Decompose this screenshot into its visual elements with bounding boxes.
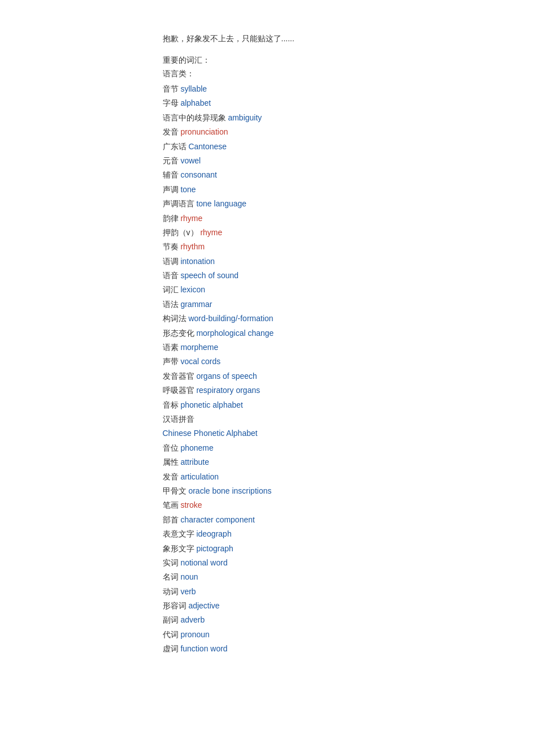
vocab-item: 韵律 rhyme bbox=[163, 212, 442, 224]
vocab-item: 语素 morpheme bbox=[163, 341, 442, 353]
vocab-en: rhythm bbox=[180, 242, 205, 251]
vocab-item: 元音 vowel bbox=[163, 154, 442, 167]
vocab-en: noun bbox=[180, 572, 198, 581]
vocab-en: vocal cords bbox=[180, 357, 220, 366]
vocab-zh: 动词 bbox=[163, 587, 179, 596]
vocab-zh: 语音 bbox=[163, 271, 179, 280]
vocab-en: intonation bbox=[180, 257, 215, 266]
vocab-en: syllable bbox=[180, 84, 207, 93]
vocab-zh: 形容词 bbox=[163, 601, 186, 610]
vocab-en: oracle bone inscriptions bbox=[188, 486, 271, 495]
vocab-zh: 属性 bbox=[163, 457, 179, 466]
vocab-en: adjective bbox=[188, 601, 219, 610]
vocab-item: 音位 phoneme bbox=[163, 442, 442, 454]
vocab-zh: 甲骨文 bbox=[163, 486, 186, 495]
vocab-zh: 实词 bbox=[163, 558, 179, 567]
vocab-zh: 象形文字 bbox=[163, 544, 194, 553]
vocab-zh: 声带 bbox=[163, 357, 179, 366]
vocab-en: word-building/-formation bbox=[188, 314, 273, 323]
section-header: 重要的词汇： bbox=[163, 55, 442, 66]
vocab-item: 发音 pronunciation bbox=[163, 126, 442, 138]
vocab-item: 押韵（v） rhyme bbox=[163, 226, 442, 239]
vocab-item: 语调 intonation bbox=[163, 255, 442, 267]
vocab-zh: 广东话 bbox=[163, 142, 186, 151]
vocab-zh: 字母 bbox=[163, 98, 179, 107]
vocab-en: tone language bbox=[196, 199, 246, 208]
vocab-item: 呼吸器官 respiratory organs bbox=[163, 384, 442, 396]
vocab-item: 语法 grammar bbox=[163, 298, 442, 310]
vocab-en: pictograph bbox=[196, 544, 233, 553]
vocab-zh: 发音 bbox=[163, 472, 179, 481]
vocab-zh: 押韵（v） bbox=[163, 228, 198, 237]
vocab-item: 发音器官 organs of speech bbox=[163, 370, 442, 382]
vocab-item: 声调语言 tone language bbox=[163, 197, 442, 210]
vocab-item: 名词 noun bbox=[163, 571, 442, 583]
vocab-item: 形态变化 morphological change bbox=[163, 327, 442, 339]
sub-header: 语言类： bbox=[163, 69, 442, 79]
vocab-en: morphological change bbox=[196, 329, 273, 338]
vocab-item: 汉语拼音 bbox=[163, 413, 442, 425]
vocab-zh: 部首 bbox=[163, 515, 179, 524]
vocab-item: 代词 pronoun bbox=[163, 628, 442, 641]
vocab-item: 语言中的歧异现象 ambiguity bbox=[163, 111, 442, 124]
vocab-zh: 韵律 bbox=[163, 214, 179, 223]
vocab-zh: 元音 bbox=[163, 156, 179, 165]
vocab-item: 甲骨文 oracle bone inscriptions bbox=[163, 485, 442, 497]
vocab-item: 笔画 stroke bbox=[163, 499, 442, 511]
vocab-zh: 笔画 bbox=[163, 500, 179, 509]
vocab-item: 属性 attribute bbox=[163, 456, 442, 468]
vocab-list: 音节 syllable字母 alphabet语言中的歧异现象 ambiguity… bbox=[163, 83, 442, 655]
vocab-en: pronoun bbox=[180, 630, 209, 639]
vocab-en: notional word bbox=[180, 558, 227, 567]
vocab-item: 发音 articulation bbox=[163, 470, 442, 483]
vocab-zh: 音标 bbox=[163, 400, 179, 409]
vocab-en: rhyme bbox=[200, 228, 222, 237]
vocab-item: 虚词 function word bbox=[163, 642, 442, 655]
vocab-zh: 辅音 bbox=[163, 170, 179, 179]
vocab-zh: 声调 bbox=[163, 185, 179, 194]
vocab-item: 形容词 adjective bbox=[163, 599, 442, 612]
vocab-item: 构词法 word-building/-formation bbox=[163, 312, 442, 325]
vocab-zh: 形态变化 bbox=[163, 329, 194, 338]
vocab-zh: 音位 bbox=[163, 443, 179, 452]
vocab-en: function word bbox=[180, 644, 227, 653]
vocab-zh: 语言中的歧异现象 bbox=[163, 113, 226, 122]
vocab-zh: 汉语拼音 bbox=[163, 414, 194, 424]
vocab-en: tone bbox=[180, 185, 196, 194]
vocab-en: attribute bbox=[180, 457, 209, 466]
vocab-item: 动词 verb bbox=[163, 585, 442, 598]
vocab-item: 表意文字 ideograph bbox=[163, 528, 442, 540]
vocab-zh: 声调语言 bbox=[163, 199, 194, 208]
vocab-zh: 发音器官 bbox=[163, 371, 194, 381]
vocab-zh: 副词 bbox=[163, 615, 179, 624]
page-container: 抱歉，好象发不上去，只能贴这了...... 重要的词汇： 语言类： 音节 syl… bbox=[81, 0, 454, 691]
intro-text: 抱歉，好象发不上去，只能贴这了...... bbox=[163, 34, 442, 44]
vocab-zh: 虚词 bbox=[163, 644, 179, 653]
vocab-en: phoneme bbox=[180, 443, 213, 452]
vocab-en: verb bbox=[180, 587, 196, 596]
vocab-item: 广东话 Cantonese bbox=[163, 140, 442, 153]
vocab-item: 字母 alphabet bbox=[163, 97, 442, 109]
vocab-item: 象形文字 pictograph bbox=[163, 542, 442, 555]
vocab-zh: 名词 bbox=[163, 572, 179, 581]
vocab-en: speech of sound bbox=[180, 271, 238, 280]
vocab-item: 音标 phonetic alphabet bbox=[163, 399, 442, 411]
vocab-en: organs of speech bbox=[196, 371, 257, 381]
vocab-item: 音节 syllable bbox=[163, 83, 442, 95]
vocab-en: vowel bbox=[180, 156, 201, 165]
vocab-zh: 语调 bbox=[163, 257, 179, 266]
vocab-en: grammar bbox=[180, 300, 212, 309]
vocab-item: 词汇 lexicon bbox=[163, 283, 442, 296]
vocab-en: ambiguity bbox=[228, 113, 262, 122]
vocab-item: 声带 vocal cords bbox=[163, 355, 442, 368]
vocab-zh: 词汇 bbox=[163, 285, 179, 294]
vocab-zh: 语素 bbox=[163, 343, 179, 352]
vocab-en: alphabet bbox=[180, 98, 211, 107]
vocab-zh: 呼吸器官 bbox=[163, 386, 194, 395]
vocab-en: stroke bbox=[180, 500, 202, 509]
vocab-en: Chinese Phonetic Alphabet bbox=[163, 429, 258, 438]
vocab-item: 语音 speech of sound bbox=[163, 269, 442, 282]
vocab-zh: 表意文字 bbox=[163, 529, 194, 538]
vocab-item: 实词 notional word bbox=[163, 556, 442, 569]
vocab-en: morpheme bbox=[180, 343, 218, 352]
